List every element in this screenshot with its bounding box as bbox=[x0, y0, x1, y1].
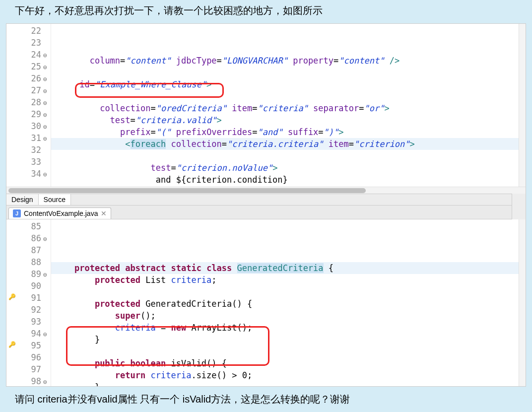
code-line[interactable]: protected abstract static class Generate… bbox=[51, 262, 519, 274]
gutter-mark-icon: 🔑 bbox=[6, 291, 17, 303]
line-number: 85 bbox=[17, 220, 51, 232]
code-line[interactable] bbox=[51, 286, 519, 298]
gutter-mark-icon bbox=[6, 83, 17, 95]
gutter-mark-icon bbox=[6, 303, 17, 315]
java-marker-bar bbox=[519, 219, 526, 386]
line-number: 89⊖ bbox=[17, 268, 51, 280]
line-number: 27⊖ bbox=[17, 84, 51, 96]
line-number: 22 bbox=[17, 25, 51, 37]
java-editor-pane[interactable]: 🔑🔑 8586⊖878889⊖9091929394⊖95969798⊖ prot… bbox=[6, 219, 526, 386]
gutter-mark-icon bbox=[6, 107, 17, 119]
line-number: 94⊖ bbox=[17, 328, 51, 340]
gutter-mark-icon bbox=[6, 24, 17, 36]
code-line[interactable]: collection="oredCriteria" item="criteria… bbox=[51, 102, 519, 114]
code-line[interactable] bbox=[51, 90, 519, 102]
line-number: 90 bbox=[17, 280, 51, 292]
xml-left-margin bbox=[6, 24, 17, 187]
code-line[interactable]: } bbox=[51, 334, 519, 345]
line-number: 93 bbox=[17, 316, 51, 328]
gutter-mark-icon bbox=[6, 143, 17, 155]
xml-marker-bar bbox=[519, 24, 526, 187]
gutter-mark-icon bbox=[6, 231, 17, 243]
ide-frame: 222324⊖25⊖26⊖27⊖28⊖29⊖30⊖31⊖323334⊖ colu… bbox=[6, 23, 526, 387]
java-code-area[interactable]: protected abstract static class Generate… bbox=[51, 219, 519, 386]
code-line[interactable]: return criteria.size() > 0; bbox=[51, 369, 519, 381]
code-line[interactable]: } bbox=[51, 381, 519, 386]
gutter-mark-icon bbox=[6, 155, 17, 167]
gutter-mark-icon bbox=[6, 350, 17, 362]
code-line[interactable]: protected List criteria; bbox=[51, 274, 519, 286]
file-tab-bar: J ContentVoExample.java ✕ bbox=[6, 206, 526, 219]
gutter-mark-icon bbox=[6, 255, 17, 267]
xml-editor-pane[interactable]: 222324⊖25⊖26⊖27⊖28⊖29⊖30⊖31⊖323334⊖ colu… bbox=[6, 24, 526, 187]
gutter-mark-icon bbox=[6, 119, 17, 131]
line-number: 88 bbox=[17, 256, 51, 268]
code-line[interactable]: <foreach collection="criteria.criteria" … bbox=[51, 138, 519, 150]
line-number: 28⊖ bbox=[17, 96, 51, 108]
code-line[interactable] bbox=[51, 150, 519, 162]
gutter-mark-icon bbox=[6, 48, 17, 60]
code-line[interactable]: criteria = new ArrayList(); bbox=[51, 322, 519, 334]
code-line[interactable] bbox=[51, 345, 519, 357]
line-number: 97 bbox=[17, 363, 51, 375]
line-number: 96 bbox=[17, 351, 51, 363]
gutter-mark-icon bbox=[6, 243, 17, 255]
java-file-icon: J bbox=[13, 209, 21, 217]
gutter-mark-icon bbox=[6, 36, 17, 48]
code-line[interactable]: super(); bbox=[51, 310, 519, 322]
code-line[interactable]: id="Example_Where_Clause"> bbox=[51, 78, 519, 90]
line-number: 23 bbox=[17, 37, 51, 49]
gutter-mark-icon bbox=[6, 362, 17, 374]
line-number: 98⊖ bbox=[17, 375, 51, 387]
gutter-mark-icon bbox=[6, 131, 17, 143]
code-line[interactable] bbox=[51, 250, 519, 262]
line-number: 91 bbox=[17, 292, 51, 304]
line-number: 26⊖ bbox=[17, 72, 51, 84]
line-number: 95 bbox=[17, 340, 51, 351]
java-line-gutter: 8586⊖878889⊖9091929394⊖95969798⊖ bbox=[17, 219, 51, 386]
line-number: 25⊖ bbox=[17, 61, 51, 72]
gutter-mark-icon bbox=[6, 315, 17, 327]
code-line[interactable]: public boolean isValid() { bbox=[51, 357, 519, 369]
line-number: 31⊖ bbox=[17, 132, 51, 144]
tab-source[interactable]: Source bbox=[39, 194, 71, 205]
file-tab-contentvoexample[interactable]: J ContentVoExample.java ✕ bbox=[8, 207, 111, 219]
line-number: 86⊖ bbox=[17, 232, 51, 244]
xml-horizontal-scrollbar[interactable] bbox=[6, 187, 526, 194]
code-line[interactable]: column="content" jdbcType="LONGVARCHAR" … bbox=[51, 55, 519, 67]
gutter-mark-icon: 🔑 bbox=[6, 339, 17, 350]
gutter-mark-icon bbox=[6, 267, 17, 279]
gutter-mark-icon bbox=[6, 167, 17, 179]
tab-design[interactable]: Design bbox=[6, 194, 39, 205]
gutter-mark-icon bbox=[6, 71, 17, 83]
code-line[interactable]: test="criteria.valid"> bbox=[51, 114, 519, 126]
line-number: 34⊖ bbox=[17, 168, 51, 180]
line-number: 33 bbox=[17, 156, 51, 168]
line-number: 29⊖ bbox=[17, 108, 51, 120]
gutter-mark-icon bbox=[6, 95, 17, 107]
code-line[interactable]: and ${criterion.condition} bbox=[51, 174, 519, 186]
xml-code-area[interactable]: column="content" jdbcType="LONGVARCHAR" … bbox=[51, 24, 519, 187]
line-number: 30⊖ bbox=[17, 120, 51, 132]
line-number: 32 bbox=[17, 144, 51, 156]
gutter-mark-icon bbox=[6, 279, 17, 291]
line-number: 24⊖ bbox=[17, 49, 51, 61]
question-text-top: 下午好，不好意思再次打扰一下，请教一个比较困惑的地方，如图所示 bbox=[0, 0, 532, 21]
question-text-bottom: 请问 criteria并没有valid属性 只有一个 isValid方法，这是怎… bbox=[0, 389, 532, 410]
gutter-mark-icon bbox=[6, 374, 17, 386]
design-source-tabs: Design Source bbox=[6, 194, 526, 206]
code-line[interactable]: protected GeneratedCriteria() { bbox=[51, 298, 519, 310]
close-icon[interactable]: ✕ bbox=[101, 209, 107, 217]
gutter-mark-icon bbox=[6, 327, 17, 339]
file-tab-label: ContentVoExample.java bbox=[24, 209, 98, 217]
java-left-margin: 🔑🔑 bbox=[6, 219, 17, 386]
line-number: 87 bbox=[17, 244, 51, 256]
code-line[interactable]: test="criterion.noValue"> bbox=[51, 162, 519, 174]
line-number: 92 bbox=[17, 304, 51, 316]
gutter-mark-icon bbox=[6, 219, 17, 231]
gutter-mark-icon bbox=[6, 60, 17, 71]
code-line[interactable] bbox=[51, 67, 519, 78]
code-line[interactable]: prefix="(" prefixOverrides="and" suffix=… bbox=[51, 126, 519, 138]
xml-line-gutter: 222324⊖25⊖26⊖27⊖28⊖29⊖30⊖31⊖323334⊖ bbox=[17, 24, 51, 187]
